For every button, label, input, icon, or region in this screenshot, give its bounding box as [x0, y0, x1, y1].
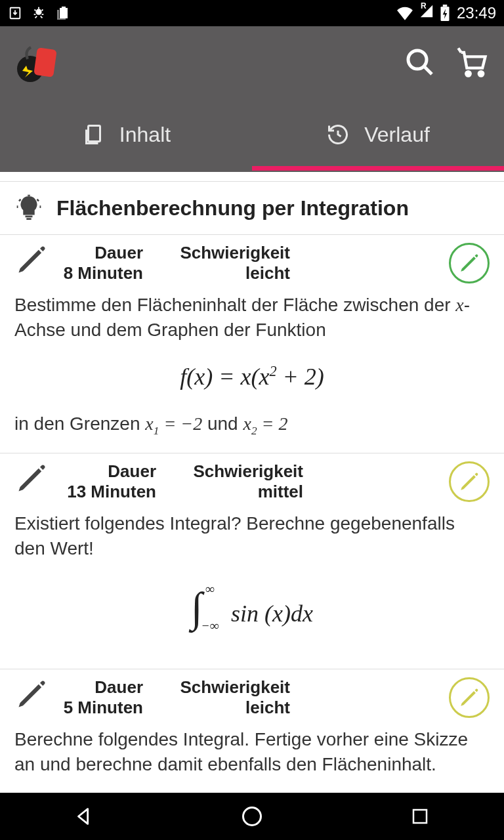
formula: ∫ ∞−∞ sin (x)dx [14, 579, 490, 636]
debug-icon [32, 6, 46, 20]
tab-content[interactable]: Inhalt [0, 98, 252, 171]
body-text: und [202, 413, 243, 434]
status-right: R 23:49 [396, 4, 496, 22]
content[interactable]: ? Flächenberechnung per Integration Daue… [0, 172, 504, 793]
svg-point-6 [408, 51, 427, 69]
home-button[interactable] [236, 801, 268, 832]
svg-point-1 [35, 9, 41, 15]
tab-history[interactable]: Verlauf [252, 98, 504, 171]
card-body: Berechne folgendes Integral. Fertige vor… [14, 727, 490, 777]
svg-point-8 [479, 72, 484, 76]
difficulty-label: Schwierigkeit [178, 461, 303, 482]
formula: f(x) = x(x2 + 2) [14, 361, 490, 393]
int-lower: −∞ [201, 620, 219, 633]
pencil-icon [458, 686, 480, 709]
cart-icon[interactable] [455, 45, 490, 79]
back-button[interactable] [68, 801, 100, 832]
lightbulb-icon: ? [14, 194, 43, 222]
duration-label: Dauer [58, 677, 143, 698]
math-var: x [455, 295, 463, 315]
card-body: Existiert folgendes Integral? Berechne g… [14, 511, 490, 636]
duration-label: Dauer [58, 461, 156, 482]
tab-content-label: Inhalt [119, 123, 171, 147]
section-title: Flächenberechnung per Integration [56, 196, 409, 220]
network-indicator: R [421, 1, 427, 10]
int-upper: ∞ [201, 583, 219, 596]
svg-rect-3 [443, 5, 448, 7]
search-icon[interactable] [404, 47, 436, 78]
svg-rect-12 [413, 810, 427, 823]
difficulty-value: leicht [165, 698, 290, 718]
exercise-card[interactable]: Dauer 8 Minuten Schwierigkeit leicht Bes… [0, 235, 504, 453]
difficulty-value: leicht [165, 263, 290, 284]
difficulty-badge [449, 677, 490, 718]
duration-value: 13 Minuten [58, 482, 156, 502]
exercise-card[interactable]: Dauer 5 Minuten Schwierigkeit leicht Ber… [0, 669, 504, 791]
card-body: Bestimme den Flächeninhalt der Fläche zw… [14, 293, 490, 438]
app-bar: Inhalt Verlauf [0, 26, 504, 172]
svg-text:?: ? [26, 200, 32, 210]
math-var: x1 = −2 [145, 413, 202, 434]
pencil-icon [458, 471, 480, 493]
svg-rect-5 [33, 47, 57, 77]
duration-label: Dauer [58, 243, 143, 263]
svg-point-11 [243, 808, 261, 826]
body-text: Existiert folgendes Integral? Berechne g… [14, 513, 455, 558]
tab-history-label: Verlauf [364, 123, 430, 147]
app-logo[interactable] [14, 39, 60, 85]
body-text: Bestimme den Flächeninhalt der Fläche zw… [14, 295, 455, 315]
battery-icon [440, 5, 450, 22]
difficulty-label: Schwierigkeit [165, 243, 290, 263]
pencil-icon [14, 677, 49, 711]
clipboard-icon [55, 5, 71, 21]
svg-point-7 [466, 72, 471, 76]
difficulty-badge [449, 243, 490, 284]
status-bar: R 23:49 [0, 0, 504, 26]
history-icon [326, 123, 350, 146]
status-time: 23:49 [457, 4, 496, 22]
body-text: Berechne folgendes Integral. Fertige vor… [14, 729, 468, 774]
document-icon [81, 123, 105, 146]
svg-rect-9 [88, 126, 100, 142]
wifi-icon [396, 6, 413, 20]
download-icon [8, 6, 22, 20]
pencil-icon [14, 243, 49, 277]
pencil-icon [458, 252, 480, 274]
status-left [8, 5, 71, 21]
recent-button[interactable] [404, 801, 436, 832]
pencil-icon [14, 461, 49, 495]
body-text: in den Grenzen [14, 413, 145, 434]
duration-value: 5 Minuten [58, 698, 143, 718]
math-var: x2 = 2 [243, 413, 287, 434]
difficulty-label: Schwierigkeit [165, 677, 290, 698]
nav-bar [0, 793, 504, 840]
duration-value: 8 Minuten [58, 263, 143, 284]
tabs: Inhalt Verlauf [0, 98, 504, 171]
difficulty-badge [449, 461, 490, 502]
exercise-card[interactable]: Dauer 13 Minuten Schwierigkeit mittel Ex… [0, 453, 504, 669]
section-header[interactable]: ? Flächenberechnung per Integration [0, 181, 504, 235]
difficulty-value: mittel [178, 482, 303, 502]
